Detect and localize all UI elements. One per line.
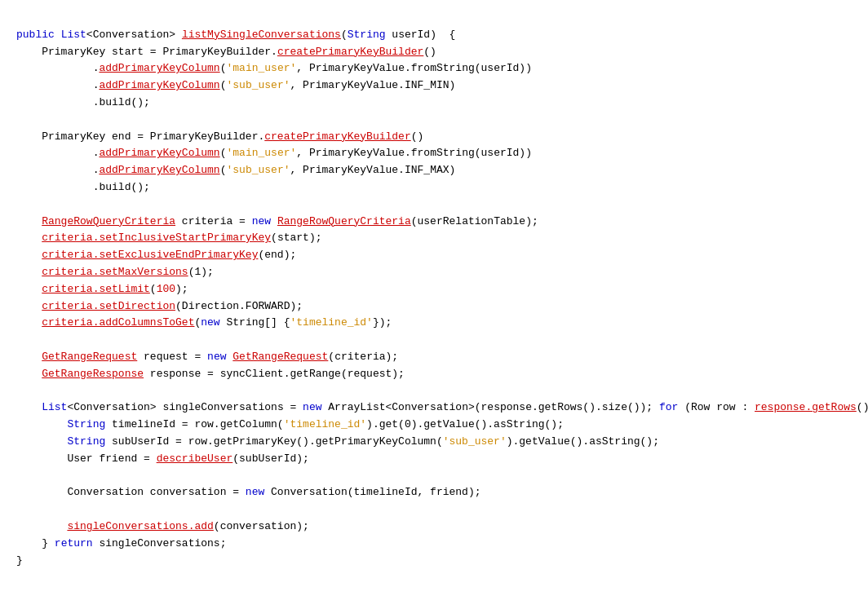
code-viewer: public List<Conversation> listMySingleCo… [16, 10, 852, 569]
